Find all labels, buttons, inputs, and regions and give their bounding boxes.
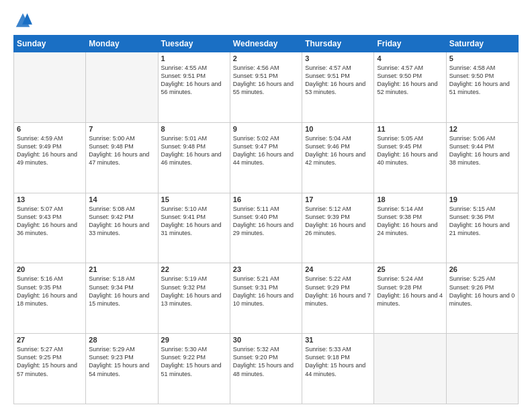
calendar-cell: 2Sunrise: 4:56 AMSunset: 9:51 PMDaylight… — [230, 52, 302, 123]
day-number: 14 — [89, 195, 154, 203]
calendar-cell: 30Sunrise: 5:32 AMSunset: 9:20 PMDayligh… — [230, 334, 302, 404]
calendar-cell: 21Sunrise: 5:18 AMSunset: 9:34 PMDayligh… — [86, 263, 158, 334]
cell-info: Sunrise: 5:01 AMSunset: 9:48 PMDaylight:… — [161, 134, 227, 167]
day-number: 6 — [17, 125, 83, 133]
calendar-cell: 4Sunrise: 4:57 AMSunset: 9:50 PMDaylight… — [374, 52, 446, 123]
day-number: 25 — [377, 265, 443, 273]
calendar-cell — [14, 52, 86, 123]
calendar-cell: 25Sunrise: 5:24 AMSunset: 9:28 PMDayligh… — [374, 263, 446, 334]
week-row-4: 20Sunrise: 5:16 AMSunset: 9:35 PMDayligh… — [14, 263, 519, 334]
day-number: 19 — [449, 195, 515, 203]
weekday-header-tuesday: Tuesday — [158, 36, 230, 52]
cell-info: Sunrise: 5:06 AMSunset: 9:44 PMDaylight:… — [449, 134, 515, 167]
cell-info: Sunrise: 5:04 AMSunset: 9:46 PMDaylight:… — [305, 134, 371, 167]
cell-info: Sunrise: 4:57 AMSunset: 9:50 PMDaylight:… — [377, 64, 443, 97]
calendar-table: SundayMondayTuesdayWednesdayThursdayFrid… — [13, 35, 519, 404]
cell-info: Sunrise: 5:12 AMSunset: 9:39 PMDaylight:… — [305, 205, 371, 238]
calendar-cell: 31Sunrise: 5:33 AMSunset: 9:18 PMDayligh… — [302, 334, 374, 404]
calendar-cell: 1Sunrise: 4:55 AMSunset: 9:51 PMDaylight… — [158, 52, 230, 123]
day-number: 3 — [305, 54, 371, 62]
cell-info: Sunrise: 5:15 AMSunset: 9:36 PMDaylight:… — [449, 205, 515, 238]
cell-info: Sunrise: 5:02 AMSunset: 9:47 PMDaylight:… — [233, 134, 299, 167]
day-number: 10 — [305, 125, 371, 133]
cell-info: Sunrise: 5:05 AMSunset: 9:45 PMDaylight:… — [377, 134, 443, 167]
calendar-cell: 26Sunrise: 5:25 AMSunset: 9:26 PMDayligh… — [446, 263, 518, 334]
cell-info: Sunrise: 5:16 AMSunset: 9:35 PMDaylight:… — [17, 275, 83, 308]
cell-info: Sunrise: 5:32 AMSunset: 9:20 PMDaylight:… — [233, 345, 299, 378]
cell-info: Sunrise: 5:24 AMSunset: 9:28 PMDaylight:… — [377, 275, 443, 308]
day-number: 30 — [233, 336, 299, 344]
calendar-cell: 23Sunrise: 5:21 AMSunset: 9:31 PMDayligh… — [230, 263, 302, 334]
cell-info: Sunrise: 5:27 AMSunset: 9:25 PMDaylight:… — [17, 345, 83, 378]
calendar-cell: 29Sunrise: 5:30 AMSunset: 9:22 PMDayligh… — [158, 334, 230, 404]
week-row-5: 27Sunrise: 5:27 AMSunset: 9:25 PMDayligh… — [14, 334, 519, 404]
day-number: 23 — [233, 265, 299, 273]
cell-info: Sunrise: 4:57 AMSunset: 9:51 PMDaylight:… — [305, 64, 371, 97]
cell-info: Sunrise: 5:22 AMSunset: 9:29 PMDaylight:… — [305, 275, 371, 308]
cell-info: Sunrise: 5:14 AMSunset: 9:38 PMDaylight:… — [377, 205, 443, 238]
cell-info: Sunrise: 5:10 AMSunset: 9:41 PMDaylight:… — [161, 205, 227, 238]
day-number: 1 — [161, 54, 227, 62]
weekday-header-wednesday: Wednesday — [230, 36, 302, 52]
calendar-cell: 27Sunrise: 5:27 AMSunset: 9:25 PMDayligh… — [14, 334, 86, 404]
header — [13, 11, 519, 30]
cell-info: Sunrise: 4:59 AMSunset: 9:49 PMDaylight:… — [17, 134, 83, 167]
day-number: 9 — [233, 125, 299, 133]
calendar-cell — [86, 52, 158, 123]
cell-info: Sunrise: 5:11 AMSunset: 9:40 PMDaylight:… — [233, 205, 299, 238]
day-number: 15 — [161, 195, 227, 203]
day-number: 7 — [89, 125, 154, 133]
calendar-cell: 10Sunrise: 5:04 AMSunset: 9:46 PMDayligh… — [302, 122, 374, 193]
calendar-cell: 5Sunrise: 4:58 AMSunset: 9:50 PMDaylight… — [446, 52, 518, 123]
calendar-cell: 19Sunrise: 5:15 AMSunset: 9:36 PMDayligh… — [446, 193, 518, 263]
day-number: 18 — [377, 195, 443, 203]
cell-info: Sunrise: 4:56 AMSunset: 9:51 PMDaylight:… — [233, 64, 299, 97]
weekday-header-thursday: Thursday — [302, 36, 374, 52]
calendar-cell: 11Sunrise: 5:05 AMSunset: 9:45 PMDayligh… — [374, 122, 446, 193]
calendar-header-row: SundayMondayTuesdayWednesdayThursdayFrid… — [14, 36, 519, 52]
calendar-cell: 17Sunrise: 5:12 AMSunset: 9:39 PMDayligh… — [302, 193, 374, 263]
calendar-cell: 15Sunrise: 5:10 AMSunset: 9:41 PMDayligh… — [158, 193, 230, 263]
calendar-cell: 6Sunrise: 4:59 AMSunset: 9:49 PMDaylight… — [14, 122, 86, 193]
week-row-2: 6Sunrise: 4:59 AMSunset: 9:49 PMDaylight… — [14, 122, 519, 193]
cell-info: Sunrise: 5:00 AMSunset: 9:48 PMDaylight:… — [89, 134, 154, 167]
day-number: 12 — [449, 125, 515, 133]
day-number: 28 — [89, 336, 154, 344]
calendar-cell: 8Sunrise: 5:01 AMSunset: 9:48 PMDaylight… — [158, 122, 230, 193]
day-number: 16 — [233, 195, 299, 203]
calendar-cell: 18Sunrise: 5:14 AMSunset: 9:38 PMDayligh… — [374, 193, 446, 263]
calendar-cell: 9Sunrise: 5:02 AMSunset: 9:47 PMDaylight… — [230, 122, 302, 193]
weekday-header-sunday: Sunday — [14, 36, 86, 52]
cell-info: Sunrise: 5:18 AMSunset: 9:34 PMDaylight:… — [89, 275, 154, 308]
calendar-cell: 16Sunrise: 5:11 AMSunset: 9:40 PMDayligh… — [230, 193, 302, 263]
cell-info: Sunrise: 5:21 AMSunset: 9:31 PMDaylight:… — [233, 275, 299, 308]
calendar-cell: 28Sunrise: 5:29 AMSunset: 9:23 PMDayligh… — [86, 334, 158, 404]
day-number: 5 — [449, 54, 515, 62]
calendar-cell: 12Sunrise: 5:06 AMSunset: 9:44 PMDayligh… — [446, 122, 518, 193]
cell-info: Sunrise: 5:33 AMSunset: 9:18 PMDaylight:… — [305, 345, 371, 378]
calendar-cell: 20Sunrise: 5:16 AMSunset: 9:35 PMDayligh… — [14, 263, 86, 334]
calendar-cell — [446, 334, 518, 404]
cell-info: Sunrise: 4:55 AMSunset: 9:51 PMDaylight:… — [161, 64, 227, 97]
cell-info: Sunrise: 5:25 AMSunset: 9:26 PMDaylight:… — [449, 275, 515, 308]
day-number: 21 — [89, 265, 154, 273]
day-number: 20 — [17, 265, 83, 273]
calendar-cell: 7Sunrise: 5:00 AMSunset: 9:48 PMDaylight… — [86, 122, 158, 193]
cell-info: Sunrise: 5:07 AMSunset: 9:43 PMDaylight:… — [17, 205, 83, 238]
logo-icon — [13, 11, 32, 30]
calendar-cell — [374, 334, 446, 404]
calendar-cell: 3Sunrise: 4:57 AMSunset: 9:51 PMDaylight… — [302, 52, 374, 123]
logo — [13, 11, 35, 30]
day-number: 2 — [233, 54, 299, 62]
cell-info: Sunrise: 5:19 AMSunset: 9:32 PMDaylight:… — [161, 275, 227, 308]
weekday-header-monday: Monday — [86, 36, 158, 52]
day-number: 17 — [305, 195, 371, 203]
week-row-3: 13Sunrise: 5:07 AMSunset: 9:43 PMDayligh… — [14, 193, 519, 263]
day-number: 22 — [161, 265, 227, 273]
day-number: 31 — [305, 336, 371, 344]
weekday-header-saturday: Saturday — [446, 36, 518, 52]
day-number: 4 — [377, 54, 443, 62]
day-number: 11 — [377, 125, 443, 133]
day-number: 8 — [161, 125, 227, 133]
cell-info: Sunrise: 5:29 AMSunset: 9:23 PMDaylight:… — [89, 345, 154, 378]
